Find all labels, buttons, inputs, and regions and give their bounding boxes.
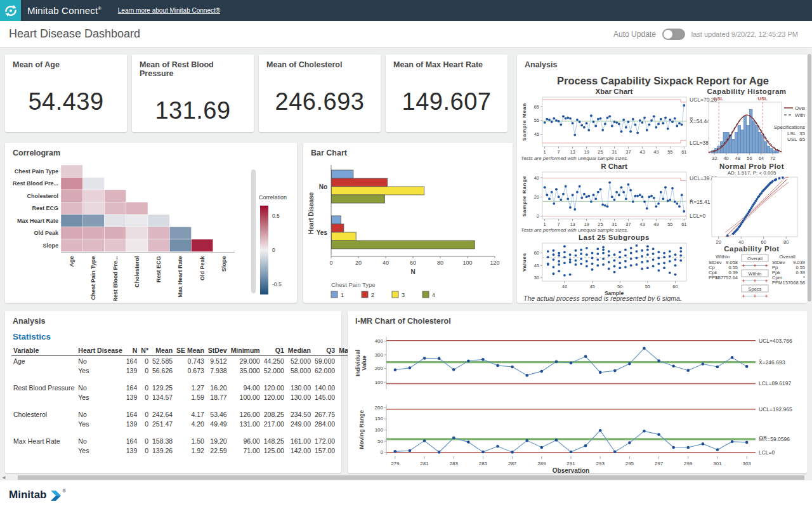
svg-text:48: 48 <box>735 155 740 161</box>
svg-text:300: 300 <box>375 352 384 358</box>
stats-cell: 129.25 <box>150 383 174 392</box>
stats-cell: 140.00 <box>313 383 337 392</box>
svg-text:USL: USL <box>787 136 797 142</box>
svg-text:7: 7 <box>558 149 560 155</box>
svg-text:Old Peak: Old Peak <box>199 256 206 281</box>
page-header: Heart Disease Dashboard Auto Update last… <box>0 21 812 48</box>
svg-text:19: 19 <box>584 149 589 155</box>
stats-cell: 0 <box>139 356 150 366</box>
svg-text:56: 56 <box>747 155 752 161</box>
stats-cell: 120.00 <box>262 392 286 402</box>
stats-cell: 52.585 <box>150 356 174 366</box>
stats-cell: 96.00 <box>229 436 262 446</box>
stats-cell: 172.00 <box>313 436 337 446</box>
kpi-card-mean-cholesterol: Mean of Cholesterol 246.693 <box>259 55 381 132</box>
svg-text:40: 40 <box>383 260 389 266</box>
vertical-scroll-thumb[interactable] <box>808 54 811 301</box>
svg-text:50: 50 <box>617 284 622 289</box>
svg-text:61: 61 <box>681 221 686 227</box>
svg-text:Individual: Individual <box>355 350 361 376</box>
stats-cell: 56.626 <box>150 366 174 375</box>
svg-text:Slope: Slope <box>43 242 58 249</box>
stats-cell: 157.00 <box>313 446 337 455</box>
brand-title: Minitab Connect® <box>27 5 102 16</box>
panel-title: Bar Chart <box>303 143 513 160</box>
svg-text:LSL: LSL <box>714 96 724 102</box>
svg-text:Cholesterol: Cholesterol <box>27 193 58 199</box>
svg-text:293: 293 <box>596 461 605 466</box>
svg-text:200: 200 <box>375 366 384 371</box>
svg-text:Specs: Specs <box>749 286 762 292</box>
svg-text:291: 291 <box>566 461 575 466</box>
auto-update-toggle[interactable] <box>662 29 685 40</box>
svg-text:37: 37 <box>625 149 631 155</box>
svg-text:150: 150 <box>375 416 384 421</box>
stats-row: Yes1390139.261.9222.5971.00125.00142.001… <box>11 446 372 455</box>
stats-header-cell: StDev <box>206 345 229 356</box>
svg-text:Values: Values <box>521 253 527 272</box>
svg-text:0: 0 <box>329 260 332 266</box>
svg-text:Slope: Slope <box>221 256 227 272</box>
svg-text:Max Heart Rate: Max Heart Rate <box>17 218 58 224</box>
page-footer: Minitab ® <box>0 480 812 509</box>
svg-text:1: 1 <box>544 149 546 155</box>
stats-cell: 139.26 <box>150 446 174 455</box>
stats-cell <box>11 392 76 402</box>
stats-cell: 59.000 <box>313 356 337 366</box>
stats-cell: 234.50 <box>286 409 313 419</box>
statistics-link[interactable]: Statistics <box>5 328 341 344</box>
minitab-connect-logo[interactable] <box>0 0 21 21</box>
vertical-scrollbar[interactable] <box>807 48 812 509</box>
svg-text:289: 289 <box>537 461 546 466</box>
stats-cell: 16.20 <box>206 383 229 392</box>
heart-disease-bar-chart: NoYes020406080100120NHeart DiseaseChest … <box>306 160 510 303</box>
stats-cell: 130.00 <box>286 392 313 402</box>
svg-text:297: 297 <box>655 461 664 466</box>
svg-text:Age: Age <box>69 256 75 267</box>
stats-cell: 18.77 <box>206 392 229 402</box>
svg-text:Overall: Overall <box>747 256 763 261</box>
stats-cell: 142.00 <box>286 446 313 455</box>
svg-text:Overall: Overall <box>795 105 805 111</box>
stats-cell: 62.000 <box>313 366 337 375</box>
svg-text:137752.64: 137752.64 <box>716 275 738 281</box>
svg-text:43: 43 <box>639 221 645 227</box>
stats-cell: No <box>76 383 124 392</box>
correlogram-scrollbar[interactable] <box>251 169 256 293</box>
learn-more-link[interactable]: Learn more about Minitab Connect® <box>118 7 220 14</box>
svg-text:Observation: Observation <box>553 467 589 473</box>
svg-text:0: 0 <box>537 213 539 219</box>
stats-cell: 164 <box>124 409 140 419</box>
svg-text:Rest Blood Pre...: Rest Blood Pre... <box>13 180 58 187</box>
svg-text:2: 2 <box>371 292 374 298</box>
panel-title: Analysis <box>517 55 807 72</box>
svg-text:Specifications: Specifications <box>774 124 805 130</box>
svg-text:31: 31 <box>612 221 617 227</box>
horizontal-scroll-thumb[interactable] <box>18 475 804 480</box>
stats-cell <box>11 446 76 455</box>
svg-text:Rest ECG: Rest ECG <box>155 256 162 283</box>
svg-text:55: 55 <box>534 117 539 123</box>
scroll-left-arrow[interactable]: ◄ <box>1 475 6 480</box>
svg-text:301: 301 <box>713 461 722 466</box>
svg-text:40: 40 <box>738 239 743 245</box>
kpi-value: 149.607 <box>386 88 508 116</box>
stats-cell: 58.000 <box>286 366 313 375</box>
stats-row: AgeNo164052.5850.7439.51229.00044.25052.… <box>11 356 372 366</box>
svg-text:100: 100 <box>462 260 472 266</box>
stats-cell: 139 <box>124 392 140 402</box>
stats-row: Max Heart RateNo1640158.381.5019.2096.00… <box>11 436 372 446</box>
svg-text:40: 40 <box>534 175 539 181</box>
svg-text:45: 45 <box>534 131 539 137</box>
svg-text:60: 60 <box>672 284 678 289</box>
sync-arrows-icon <box>3 3 18 18</box>
svg-text:19: 19 <box>584 221 589 227</box>
svg-text:13: 13 <box>570 149 575 155</box>
stats-cell: 71.00 <box>229 446 262 455</box>
svg-text:64: 64 <box>759 155 764 161</box>
horizontal-scrollbar[interactable]: ◄ <box>0 475 807 480</box>
svg-text:Capability Plot: Capability Plot <box>724 245 779 253</box>
stats-cell: 164 <box>124 383 140 392</box>
stats-cell: 125.00 <box>262 446 286 455</box>
svg-text:Rest Blood Pre...: Rest Blood Pre... <box>112 256 119 301</box>
